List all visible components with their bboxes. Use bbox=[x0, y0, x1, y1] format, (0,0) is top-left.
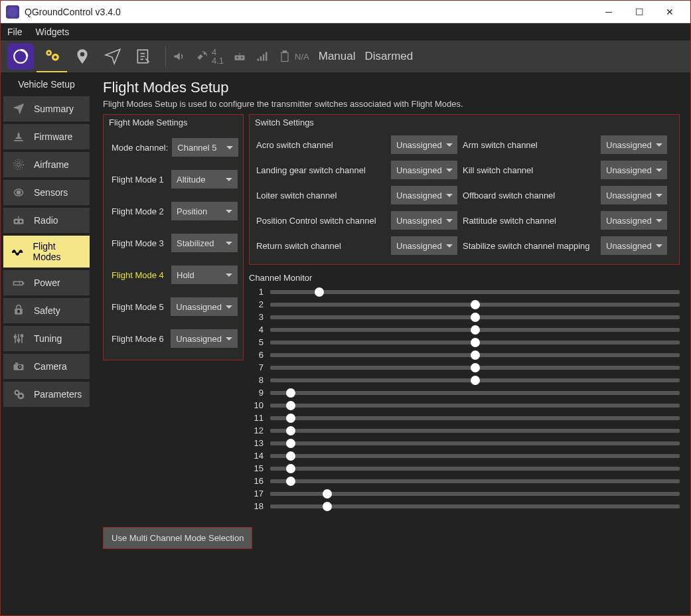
channel-1-thumb bbox=[315, 287, 324, 297]
channel-3-thumb bbox=[471, 313, 480, 322]
menubar: File Widgets bbox=[1, 23, 690, 40]
switch-4-l-dropdown[interactable]: Unassigned bbox=[391, 236, 457, 255]
sidebar-item-power[interactable]: Power bbox=[3, 270, 90, 295]
channel-4-thumb bbox=[471, 325, 480, 335]
menu-widgets[interactable]: Widgets bbox=[36, 27, 70, 37]
sidebar-item-sensors[interactable]: Sensors bbox=[3, 180, 90, 205]
channel-12-track bbox=[270, 429, 680, 433]
sidebar-item-radio[interactable]: Radio bbox=[3, 208, 90, 233]
channel-2-label: 2 bbox=[249, 299, 264, 309]
page-subtitle: Flight Modes Setup is used to configure … bbox=[103, 99, 680, 109]
channel-9-thumb bbox=[286, 388, 295, 398]
channel-8-label: 8 bbox=[249, 375, 264, 385]
analyze-button[interactable] bbox=[128, 40, 159, 72]
chevron-down-icon bbox=[226, 337, 232, 341]
switch-1-l-dropdown[interactable]: Unassigned bbox=[391, 161, 457, 179]
flight-mode-4-dropdown[interactable]: Hold bbox=[171, 266, 238, 284]
sidebar-item-safety[interactable]: Safety bbox=[3, 298, 90, 323]
switch-3-l-dropdown[interactable]: Unassigned bbox=[391, 211, 457, 230]
svg-point-20 bbox=[17, 191, 21, 194]
parameters-icon bbox=[10, 387, 27, 402]
switch-2-l-dropdown[interactable]: Unassigned bbox=[391, 186, 457, 204]
sidebar-item-parameters[interactable]: Parameters bbox=[3, 382, 90, 407]
sidebar-item-label: Summary bbox=[34, 104, 74, 114]
switch-1-r-dropdown[interactable]: Unassigned bbox=[601, 161, 667, 179]
sidebar-item-label: Camera bbox=[34, 361, 67, 372]
channel-16-row: 16 bbox=[249, 476, 680, 486]
svg-rect-28 bbox=[17, 310, 19, 313]
channel-5-label: 5 bbox=[249, 337, 264, 347]
radio-icon bbox=[10, 213, 27, 228]
sidebar-item-flight-modes[interactable]: Flight Modes bbox=[3, 236, 90, 268]
flight-mode-3-dropdown[interactable]: Stabilized bbox=[171, 234, 238, 252]
switch-4-r-dropdown[interactable]: Unassigned bbox=[601, 236, 667, 255]
flight-mode-5-dropdown[interactable]: Unassigned bbox=[171, 297, 238, 316]
channel-1-label: 1 bbox=[249, 287, 264, 297]
announce-icon[interactable] bbox=[173, 50, 186, 63]
chevron-down-icon bbox=[446, 143, 453, 147]
fly-button[interactable] bbox=[98, 40, 128, 72]
flight-mode-4-label: Flight Mode 4 bbox=[112, 270, 164, 280]
setup-button[interactable] bbox=[37, 40, 67, 72]
sidebar-item-label: Safety bbox=[34, 305, 60, 316]
svg-point-3 bbox=[48, 52, 50, 54]
flight-mode-3-label: Flight Mode 3 bbox=[112, 238, 164, 248]
minimize-button[interactable]: ─ bbox=[593, 1, 624, 23]
firmware-icon bbox=[10, 129, 27, 144]
channel-11-thumb bbox=[286, 414, 295, 423]
switch-3-r-dropdown[interactable]: Unassigned bbox=[601, 211, 667, 230]
flight-mode-status[interactable]: Manual bbox=[319, 50, 356, 63]
tuning-icon bbox=[10, 331, 27, 346]
airframe-icon bbox=[10, 157, 27, 172]
svg-point-34 bbox=[21, 335, 23, 337]
logo-button[interactable] bbox=[7, 43, 34, 70]
switch-1-r-label: Kill switch channel bbox=[463, 165, 595, 175]
svg-point-17 bbox=[17, 163, 21, 167]
menu-file[interactable]: File bbox=[7, 27, 23, 37]
flight-mode-2-dropdown[interactable]: Position bbox=[171, 202, 238, 220]
svg-rect-12 bbox=[260, 56, 262, 61]
multi-channel-button[interactable]: Use Multi Channel Mode Selection bbox=[104, 528, 252, 548]
svg-rect-15 bbox=[281, 52, 288, 61]
sidebar-item-label: Parameters bbox=[34, 389, 82, 400]
sidebar-item-firmware[interactable]: Firmware bbox=[3, 124, 90, 149]
sidebar-item-tuning[interactable]: Tuning bbox=[3, 326, 90, 351]
chevron-down-icon bbox=[446, 169, 453, 172]
switch-0-r-dropdown[interactable]: Unassigned bbox=[601, 135, 667, 154]
flight-mode-6-dropdown[interactable]: Unassigned bbox=[171, 329, 238, 348]
switch-2-r-dropdown[interactable]: Unassigned bbox=[601, 186, 667, 204]
chevron-down-icon bbox=[226, 273, 232, 277]
channel-5-thumb bbox=[471, 338, 480, 347]
svg-point-32 bbox=[14, 336, 16, 338]
flight-mode-1-dropdown[interactable]: Altitude bbox=[171, 170, 238, 189]
mode-channel-dropdown[interactable]: Channel 5 bbox=[172, 138, 238, 157]
battery-status: N/A bbox=[278, 50, 309, 63]
close-button[interactable]: ✕ bbox=[654, 1, 685, 23]
toolbar: 4 4.1 N/A Manual Disarmed bbox=[1, 40, 690, 72]
svg-point-41 bbox=[16, 392, 18, 394]
channel-5-row: 5 bbox=[249, 337, 680, 347]
sidebar-item-camera[interactable]: Camera bbox=[3, 354, 90, 379]
switch-3-l-label: Position Control switch channel bbox=[256, 216, 386, 226]
channel-14-track bbox=[270, 454, 680, 458]
chevron-down-icon bbox=[226, 305, 232, 309]
svg-rect-11 bbox=[258, 58, 260, 60]
switch-0-l-label: Acro switch channel bbox=[256, 140, 386, 150]
chevron-down-icon bbox=[656, 169, 662, 172]
sidebar-item-label: Airframe bbox=[34, 159, 69, 170]
channel-8-row: 8 bbox=[249, 375, 680, 385]
channel-6-thumb bbox=[471, 350, 480, 360]
sidebar-item-airframe[interactable]: Airframe bbox=[3, 152, 90, 177]
channel-17-track bbox=[270, 492, 680, 496]
sidebar-heading: Vehicle Setup bbox=[1, 75, 92, 94]
chevron-down-icon bbox=[656, 219, 662, 222]
arm-status[interactable]: Disarmed bbox=[365, 50, 414, 63]
maximize-button[interactable]: ☐ bbox=[624, 1, 654, 23]
channel-9-track bbox=[270, 391, 680, 395]
sidebar-item-summary[interactable]: Summary bbox=[3, 96, 90, 121]
channel-14-label: 14 bbox=[249, 451, 264, 461]
plan-button[interactable] bbox=[67, 40, 98, 72]
channel-11-label: 11 bbox=[249, 413, 264, 423]
switch-0-l-dropdown[interactable]: Unassigned bbox=[391, 135, 457, 154]
switch-settings-panel: Switch Settings Acro switch channelUnass… bbox=[249, 114, 680, 265]
